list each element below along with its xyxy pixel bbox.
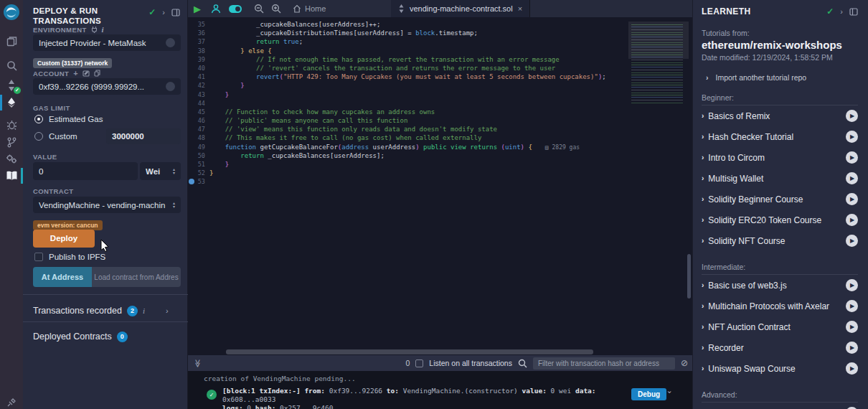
remix-logo[interactable] xyxy=(0,3,23,22)
tutorial-play-icon[interactable]: ▶ xyxy=(846,214,858,226)
collapse-terminal-icon[interactable]: ≫ xyxy=(193,359,202,367)
code-line[interactable]: 39 // If not enough time has passed, rev… xyxy=(188,55,692,64)
environment-select[interactable]: Injected Provider - MetaMask xyxy=(33,34,181,51)
close-tab-icon[interactable]: × xyxy=(518,4,522,13)
remixai-assistant-icon[interactable] xyxy=(211,4,221,14)
learneth-collapse-icon[interactable]: › xyxy=(840,7,843,16)
plug-icon[interactable] xyxy=(0,393,23,409)
value-unit-select[interactable]: Wei ▴▾ xyxy=(140,162,181,180)
tutorial-item[interactable]: ›Solidity ERC20 Token Course▶ xyxy=(702,210,858,230)
collapse-panel-icon[interactable]: › xyxy=(162,8,165,17)
estimated-gas-radio[interactable] xyxy=(34,115,43,123)
tutorial-item[interactable]: ›Solidity NFT Course▶ xyxy=(702,230,858,251)
code-line[interactable]: 41 revert("HTTP 429: Too Many Cupcakes (… xyxy=(188,72,692,81)
vertical-scrollbar[interactable] xyxy=(687,254,691,298)
code-line[interactable]: 46 // 'public' means anyone can call thi… xyxy=(188,116,692,125)
code-line[interactable]: 40 // 'revert' cancels the transaction a… xyxy=(188,64,692,72)
tutorial-play-icon[interactable]: ▶ xyxy=(846,235,858,247)
at-address-button[interactable]: At Address xyxy=(33,267,92,287)
code-line[interactable]: 51 } xyxy=(188,160,692,169)
tutorial-item[interactable]: ›Multisig Wallet▶ xyxy=(702,168,858,189)
transactions-info-icon[interactable]: i xyxy=(143,306,145,315)
account-select[interactable]: 0xf39...92266 (9999.99929... xyxy=(33,78,181,95)
tutorial-item[interactable]: ›Intro to Circom▶ xyxy=(702,147,858,168)
tutorial-play-icon[interactable]: ▶ xyxy=(846,362,858,375)
code-line[interactable]: 37 return true; xyxy=(188,37,692,46)
tutorial-item[interactable]: ›Basic use of web3.js▶ xyxy=(702,275,858,296)
sign-message-icon[interactable] xyxy=(82,70,90,77)
learneth-pin-icon[interactable] xyxy=(849,8,858,16)
code-line[interactable]: 53 xyxy=(188,177,692,186)
tutorial-item[interactable]: ›Uniswap Swap Course▶ xyxy=(702,358,858,379)
custom-gas-input[interactable] xyxy=(106,128,181,144)
code-line[interactable]: 44 xyxy=(188,99,692,108)
copy-account-icon[interactable] xyxy=(94,70,100,77)
terminal-filter-input[interactable] xyxy=(533,357,675,370)
tutorial-play-icon[interactable]: ▶ xyxy=(846,172,858,184)
tutorial-play-icon[interactable]: ▶ xyxy=(846,279,858,291)
code-line[interactable]: 52} xyxy=(188,169,692,177)
tutorial-play-icon[interactable]: ▶ xyxy=(846,131,858,143)
debugger-icon[interactable] xyxy=(0,115,23,133)
home-tab[interactable]: Home xyxy=(293,4,326,13)
tutorial-play-icon[interactable]: ▶ xyxy=(846,342,858,354)
tutorial-item[interactable]: ›Basics of Remix▶ xyxy=(702,105,858,126)
code-line[interactable]: 36 _cupcakeDistributionTimes[userAddress… xyxy=(188,29,692,37)
code-area[interactable]: 35 _cupcakeBalances[userAddress]++;36 _c… xyxy=(188,17,692,349)
code-line[interactable]: 47 // 'view' means this function only re… xyxy=(188,125,692,133)
code-line[interactable]: 38 } else { xyxy=(188,47,692,55)
publish-ipfs-checkbox[interactable] xyxy=(34,253,43,261)
code-line[interactable]: 42 } xyxy=(188,81,692,90)
transactions-recorded-row[interactable]: Transactions recorded 2 i › xyxy=(33,301,176,320)
tutorial-item[interactable]: ›Hash Checker Tutorial▶ xyxy=(702,126,858,147)
code-line[interactable]: 45 // Function to check how many cupcake… xyxy=(188,108,692,116)
tutorial-play-icon[interactable]: ▶ xyxy=(846,300,858,312)
code-line[interactable]: 43 } xyxy=(188,90,692,99)
tutorial-play-icon[interactable]: ▶ xyxy=(846,110,858,122)
transactions-expand-icon[interactable]: › xyxy=(166,306,169,315)
code-line[interactable]: 50 return _cupcakeBalances[userAddress]; xyxy=(188,151,692,160)
deployed-contracts-row[interactable]: Deployed Contracts 0 xyxy=(33,327,176,346)
debug-button[interactable]: Debug xyxy=(631,388,666,400)
plugin-manager-icon[interactable] xyxy=(0,149,23,168)
tx-log-entry[interactable]: [block:1 txIndex:-] from: 0xf39...92266 … xyxy=(222,387,653,409)
tutorial-play-icon[interactable]: ▶ xyxy=(846,151,858,164)
horizontal-scrollbar[interactable] xyxy=(226,349,593,354)
file-explorer-icon[interactable] xyxy=(0,32,23,50)
add-account-icon[interactable]: + xyxy=(73,69,78,77)
deploy-button[interactable]: Deploy xyxy=(33,230,95,248)
learneth-icon[interactable] xyxy=(0,166,23,185)
contract-select[interactable]: VendingMachine - vending-machin ▴▾ xyxy=(33,197,181,213)
value-input[interactable] xyxy=(33,162,138,180)
tutorial-item[interactable]: ›Solidity Beginner Course▶ xyxy=(702,189,858,210)
code-line[interactable]: 49 function getCupcakeBalanceFor(address… xyxy=(188,143,692,151)
plug-environment-icon[interactable] xyxy=(91,26,98,33)
minimap-slider[interactable] xyxy=(628,22,689,59)
tutorial-item[interactable]: ›Multichain Protocols with Axelar▶ xyxy=(702,296,858,316)
zoom-out-icon[interactable] xyxy=(254,4,264,14)
zoom-in-icon[interactable] xyxy=(271,4,281,14)
tutorial-item[interactable]: ›All about Proxy Contracts▶ xyxy=(702,403,858,409)
pin-panel-icon[interactable] xyxy=(171,9,180,17)
tutorial-item[interactable]: ›NFT Auction Contract▶ xyxy=(702,316,858,337)
clear-terminal-icon[interactable]: ⊘ xyxy=(681,358,688,368)
minimap[interactable] xyxy=(628,19,689,103)
search-icon[interactable] xyxy=(0,56,23,75)
tutorial-play-icon[interactable]: ▶ xyxy=(846,321,858,333)
import-tutorial-repo[interactable]: › Import another tutorial repo xyxy=(702,73,858,82)
breakpoint-dot[interactable] xyxy=(189,179,194,184)
tutorial-item[interactable]: ›Recorder▶ xyxy=(702,337,858,358)
solidity-compiler-icon[interactable]: ✓ xyxy=(0,76,23,95)
environment-info-icon[interactable]: i xyxy=(102,25,104,34)
run-script-icon[interactable]: ▶ xyxy=(194,4,201,14)
code-line[interactable]: 35 _cupcakeBalances[userAddress]++; xyxy=(188,20,692,29)
listen-all-checkbox[interactable] xyxy=(415,359,423,367)
at-address-input[interactable]: Load contract from Addres xyxy=(92,267,181,287)
code-line[interactable]: 48 // This makes it free to call (no gas… xyxy=(188,133,692,142)
ai-copilot-toggle[interactable] xyxy=(228,4,242,14)
tab-vending-machine-contract[interactable]: vending-machine-contract.sol × xyxy=(391,0,530,17)
tutorial-play-icon[interactable]: ▶ xyxy=(846,193,858,205)
deploy-run-icon[interactable] xyxy=(0,93,23,112)
expand-tx-icon[interactable]: › xyxy=(666,390,674,394)
custom-gas-radio[interactable] xyxy=(34,132,43,141)
